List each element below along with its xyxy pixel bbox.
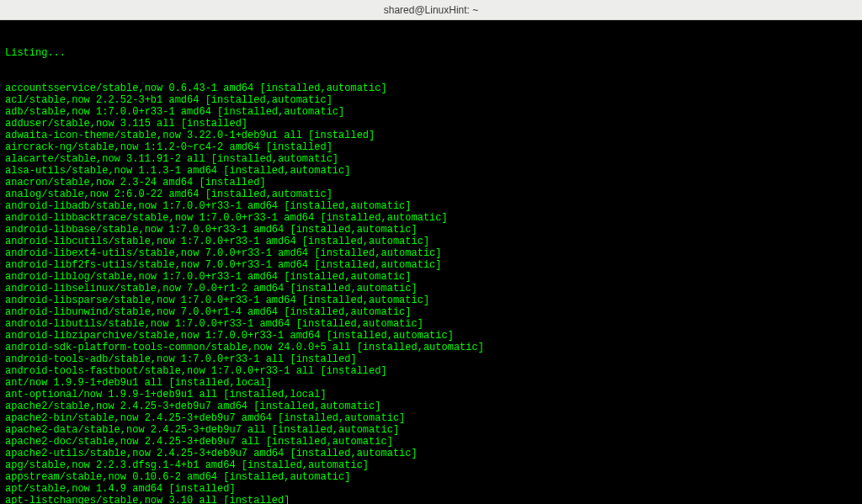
terminal-line: android-liblog/stable,now 1:7.0.0+r33-1 … <box>5 271 857 283</box>
terminal-line: android-libbacktrace/stable,now 1:7.0.0+… <box>5 212 857 224</box>
terminal-line: android-tools-adb/stable,now 1:7.0.0+r33… <box>5 353 857 365</box>
terminal-header: Listing... <box>5 47 857 59</box>
terminal-line: anacron/stable,now 2.3-24 amd64 [install… <box>5 177 857 188</box>
terminal-line: apache2-doc/stable,now 2.4.25-3+deb9u7 a… <box>5 436 857 448</box>
terminal-line: acl/stable,now 2.2.52-3+b1 amd64 [instal… <box>5 94 857 106</box>
terminal-line: android-tools-fastboot/stable,now 1:7.0.… <box>5 365 857 377</box>
terminal-body[interactable]: Listing... accountsservice/stable,now 0.… <box>0 20 862 504</box>
terminal-line: android-libf2fs-utils/stable,now 7.0.0+r… <box>5 259 857 271</box>
terminal-line: accountsservice/stable,now 0.6.43-1 amd6… <box>5 82 857 94</box>
terminal-line: android-libadb/stable,now 1:7.0.0+r33-1 … <box>5 200 857 212</box>
terminal-line: ant-optional/now 1.9.9-1+deb9u1 all [ins… <box>5 389 857 401</box>
terminal-line: adwaita-icon-theme/stable,now 3.22.0-1+d… <box>5 130 857 141</box>
terminal-line: apache2-utils/stable,now 2.4.25-3+deb9u7… <box>5 448 857 459</box>
terminal-line: adb/stable,now 1:7.0.0+r33-1 amd64 [inst… <box>5 106 857 118</box>
terminal-line: appstream/stable,now 0.10.6-2 amd64 [ins… <box>5 471 857 483</box>
window-titlebar[interactable]: shared@LinuxHint: ~ <box>0 0 862 20</box>
terminal-line: android-libsparse/stable,now 1:7.0.0+r33… <box>5 294 857 306</box>
terminal-output: accountsservice/stable,now 0.6.43-1 amd6… <box>5 82 857 504</box>
terminal-line: android-libext4-utils/stable,now 7.0.0+r… <box>5 247 857 259</box>
terminal-window: shared@LinuxHint: ~ Listing... accountss… <box>0 0 862 504</box>
terminal-line: android-libutils/stable,now 1:7.0.0+r33-… <box>5 318 857 330</box>
terminal-line: adduser/stable,now 3.115 all [installed] <box>5 118 857 130</box>
terminal-line: android-libbase/stable,now 1:7.0.0+r33-1… <box>5 224 857 236</box>
terminal-line: apache2/stable,now 2.4.25-3+deb9u7 amd64… <box>5 401 857 412</box>
terminal-line: android-libunwind/stable,now 7.0.0+r1-4 … <box>5 306 857 318</box>
terminal-line: apache2-bin/stable,now 2.4.25-3+deb9u7 a… <box>5 412 857 424</box>
terminal-line: alsa-utils/stable,now 1.1.3-1 amd64 [ins… <box>5 165 857 177</box>
terminal-line: analog/stable,now 2:6.0-22 amd64 [instal… <box>5 188 857 200</box>
window-title: shared@LinuxHint: ~ <box>384 4 479 16</box>
terminal-line: android-libziparchive/stable,now 1:7.0.0… <box>5 330 857 342</box>
terminal-line: apt-listchanges/stable,now 3.10 all [ins… <box>5 495 857 504</box>
terminal-line: android-libcutils/stable,now 1:7.0.0+r33… <box>5 236 857 247</box>
terminal-line: alacarte/stable,now 3.11.91-2 all [insta… <box>5 153 857 165</box>
terminal-line: ant/now 1.9.9-1+deb9u1 all [installed,lo… <box>5 377 857 389</box>
terminal-line: apt/stable,now 1.4.9 amd64 [installed] <box>5 483 857 495</box>
terminal-line: aircrack-ng/stable,now 1:1.2-0~rc4-2 amd… <box>5 141 857 153</box>
terminal-line: apache2-data/stable,now 2.4.25-3+deb9u7 … <box>5 424 857 436</box>
terminal-line: apg/stable,now 2.2.3.dfsg.1-4+b1 amd64 [… <box>5 459 857 471</box>
terminal-line: android-sdk-platform-tools-common/stable… <box>5 342 857 353</box>
terminal-line: android-libselinux/stable,now 7.0.0+r1-2… <box>5 283 857 294</box>
